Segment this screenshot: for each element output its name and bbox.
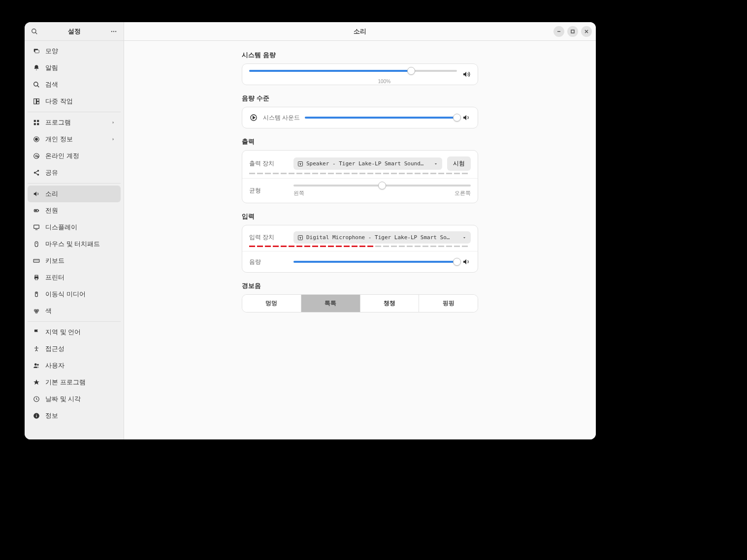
sidebar-item-share[interactable]: 공유 xyxy=(28,164,121,181)
sidebar-menu-button[interactable] xyxy=(108,26,120,37)
sidebar-item-at[interactable]: 온라인 계정 xyxy=(28,148,121,164)
input-volume-slider[interactable] xyxy=(293,261,457,263)
section-title-input: 입력 xyxy=(242,212,478,221)
svg-line-23 xyxy=(35,171,38,173)
meter-segment xyxy=(391,246,397,247)
search-icon xyxy=(32,81,40,89)
system-sound-row: 시스템 사운드 xyxy=(242,107,478,128)
alert-sound-option[interactable]: 톡톡 xyxy=(301,295,360,312)
volume-high-icon[interactable] xyxy=(462,257,471,266)
close-button[interactable] xyxy=(581,26,592,37)
sidebar-search-button[interactable] xyxy=(29,26,40,37)
system-sound-slider[interactable] xyxy=(305,117,457,119)
svg-rect-9 xyxy=(34,99,36,104)
sidebar-item-accessibility[interactable]: 접근성 xyxy=(28,341,121,357)
system-sound-label: 시스템 사운드 xyxy=(263,114,300,122)
system-volume-slider[interactable]: 100% xyxy=(249,70,457,79)
sidebar-item-search[interactable]: 검색 xyxy=(28,76,121,93)
sidebar-item-label: 모양 xyxy=(45,47,58,56)
meter-segment xyxy=(415,246,421,247)
meter-segment xyxy=(359,173,365,174)
alert-sound-option[interactable]: 핑핑 xyxy=(419,295,478,312)
meter-segment xyxy=(438,173,444,174)
share-icon xyxy=(32,169,40,177)
meter-segment xyxy=(296,173,302,174)
volume-tick-label: 100% xyxy=(378,79,391,84)
sidebar-item-label: 개인 정보 xyxy=(45,135,73,144)
sidebar-item-star[interactable]: 기본 프로그램 xyxy=(28,374,121,391)
meter-segment xyxy=(407,246,413,247)
volume-high-icon[interactable] xyxy=(462,70,471,79)
sidebar-item-appearance[interactable]: 모양 xyxy=(28,43,121,60)
sidebar-item-display[interactable]: 디스플레이 xyxy=(28,219,121,236)
sidebar-item-power[interactable]: 전원 xyxy=(28,202,121,219)
multi-icon xyxy=(32,97,40,105)
svg-point-45 xyxy=(36,346,37,347)
section-title-system-volume: 시스템 음량 xyxy=(242,51,478,60)
sidebar-item-label: 다중 작업 xyxy=(45,97,73,106)
meter-segment xyxy=(249,173,255,174)
sidebar-item-color[interactable]: 색 xyxy=(28,303,121,319)
sidebar-item-clock[interactable]: 날짜 및 시각 xyxy=(28,391,121,407)
sidebar-item-keyboard[interactable]: 키보드 xyxy=(28,252,121,269)
balance-slider[interactable]: 왼쪽 오른쪽 xyxy=(293,185,471,197)
meter-segment xyxy=(454,173,460,174)
svg-point-3 xyxy=(113,31,114,31)
output-device-dropdown[interactable]: Speaker - Tiger Lake-LP Smart Sound… xyxy=(293,157,442,170)
svg-rect-12 xyxy=(34,120,36,122)
alert-sound-option[interactable]: 챙챙 xyxy=(360,295,420,312)
volume-high-icon[interactable] xyxy=(462,113,471,122)
meter-segment xyxy=(383,173,389,174)
meter-segment xyxy=(367,173,373,174)
sidebar-item-speaker[interactable]: 소리 xyxy=(28,186,121,202)
meter-segment xyxy=(273,173,279,174)
sidebar-item-flag[interactable]: 지역 및 언어 xyxy=(28,324,121,341)
sidebar-item-apps[interactable]: 프로그램 xyxy=(28,114,121,131)
meter-segment xyxy=(304,173,310,174)
svg-rect-38 xyxy=(35,275,38,277)
sidebar-item-removable[interactable]: 이동식 미디어 xyxy=(28,286,121,303)
content-area: 시스템 음량 100% xyxy=(124,41,596,439)
svg-rect-53 xyxy=(571,30,574,33)
sidebar-item-label: 검색 xyxy=(45,80,58,89)
output-balance-row: 균형 왼쪽 오른쪽 xyxy=(242,179,478,203)
maximize-button[interactable] xyxy=(567,26,578,37)
settings-window: 설정 모양알림검색다중 작업프로그램개인 정보온라인 계정공유소리전원디스플레이… xyxy=(25,22,596,439)
sidebar-item-printer[interactable]: 프린터 xyxy=(28,269,121,286)
meter-segment xyxy=(391,173,397,174)
maximize-icon xyxy=(570,29,575,34)
svg-rect-26 xyxy=(35,210,37,211)
svg-line-24 xyxy=(35,173,38,175)
sidebar-item-label: 이동식 미디어 xyxy=(45,290,86,299)
output-test-button[interactable]: 시험 xyxy=(447,156,471,171)
svg-point-44 xyxy=(35,311,38,313)
sidebar-divider xyxy=(28,321,121,322)
color-icon xyxy=(32,307,40,315)
meter-segment xyxy=(336,246,342,247)
chevron-right-icon xyxy=(111,137,116,142)
minimize-button[interactable] xyxy=(553,26,564,37)
sidebar-item-label: 온라인 계정 xyxy=(45,152,79,160)
meter-segment xyxy=(407,173,413,174)
meter-segment xyxy=(422,246,428,247)
sidebar-item-bell[interactable]: 알림 xyxy=(28,60,121,76)
input-level-meter xyxy=(242,246,478,251)
alert-sound-option[interactable]: 멍멍 xyxy=(242,295,301,312)
svg-rect-30 xyxy=(35,242,38,247)
sidebar-item-users[interactable]: 사용자 xyxy=(28,357,121,374)
chevron-right-icon xyxy=(111,120,116,125)
meter-segment xyxy=(344,246,350,247)
meter-segment xyxy=(257,246,263,247)
meter-segment xyxy=(328,246,334,247)
sidebar-item-privacy[interactable]: 개인 정보 xyxy=(28,131,121,148)
sidebar-item-label: 사용자 xyxy=(45,361,65,370)
meter-segment xyxy=(320,173,326,174)
sidebar-item-mouse[interactable]: 마우스 및 터치패드 xyxy=(28,236,121,252)
system-volume-row: 100% xyxy=(242,64,478,85)
star-icon xyxy=(32,378,40,386)
display-icon xyxy=(32,223,40,231)
input-device-dropdown[interactable]: Digital Microphone - Tiger Lake-LP Smart… xyxy=(293,231,471,244)
sidebar-item-multi[interactable]: 다중 작업 xyxy=(28,93,121,110)
at-icon xyxy=(32,152,40,160)
sidebar-item-info[interactable]: 정보 xyxy=(28,407,121,424)
